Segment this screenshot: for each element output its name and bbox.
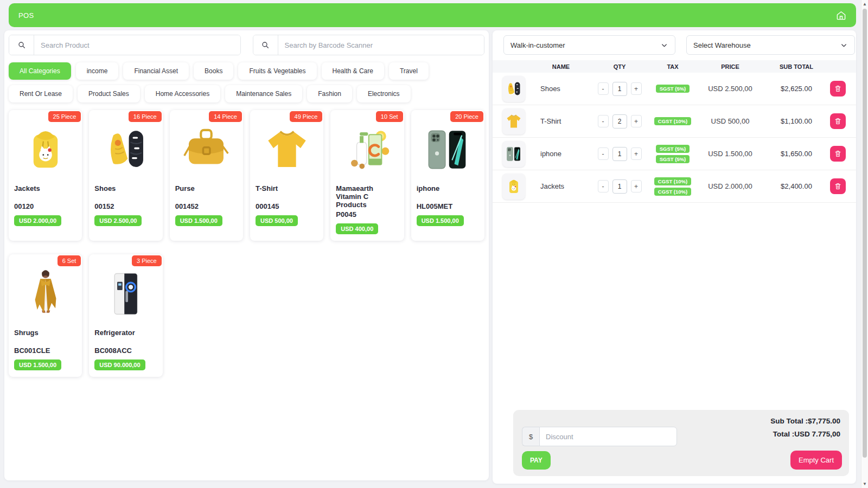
qty-input[interactable] <box>612 179 627 194</box>
product-code: BC001CLE <box>14 346 76 355</box>
cart-item-thumbnail <box>502 76 525 102</box>
category-chip[interactable]: Product Sales <box>78 85 140 102</box>
cart-item-price: USD 2.000,00 <box>698 182 763 190</box>
cart-selects: Walk-in-customer Select Warehouse <box>493 35 856 55</box>
chevron-down-icon <box>660 41 668 49</box>
hoodie-product-icon <box>18 123 73 177</box>
purse-product-icon <box>179 123 233 177</box>
subtotal-label: Sub Total : <box>770 417 808 425</box>
column-header: SUB TOTAL <box>763 63 830 70</box>
customer-select[interactable]: Walk-in-customer <box>503 35 675 55</box>
cart-panel: Walk-in-customer Select Warehouse NAMEQT… <box>493 30 856 484</box>
stock-badge: 10 Set <box>376 111 403 122</box>
cart-row: iphone - + SGST (5%)SGST (5%) USD 1.500,… <box>493 138 856 170</box>
cart-item-price: USD 2.500,00 <box>698 85 763 93</box>
tax-badges: SGST (5%) <box>648 85 698 93</box>
stock-badge: 3 Piece <box>132 255 162 266</box>
products-panel: All Categories income Financial Asset Bo… <box>4 30 489 480</box>
tax-badge: CGST (10%) <box>654 177 691 185</box>
product-card[interactable]: 6 Set Shrugs BC001CLE USD 1.500,00 <box>9 254 82 377</box>
tshirt-thumbnail-icon <box>504 110 524 133</box>
subtotal-value: $7,775.00 <box>808 417 840 425</box>
total-value: USD 7.775,00 <box>794 430 840 438</box>
product-card[interactable]: 25 Piece Jackets 00120 USD 2.000,00 <box>9 110 82 241</box>
shoes-product-icon <box>99 123 153 177</box>
delete-item-button[interactable] <box>830 146 846 162</box>
category-chip[interactable]: Fruits & Vegetables <box>238 62 316 80</box>
qty-decrease-button[interactable]: - <box>598 82 609 95</box>
qty-increase-button[interactable]: + <box>631 115 642 127</box>
category-chip[interactable]: Electronics <box>357 85 411 102</box>
product-card[interactable]: 3 Piece Refrigerator BC008ACC USD 90.000… <box>89 254 162 377</box>
price-badge: USD 1.500,00 <box>175 215 222 226</box>
fridge-product-icon <box>99 267 153 321</box>
customer-select-value: Walk-in-customer <box>510 41 565 49</box>
product-card[interactable]: 20 Piece iphone HL005MET USD 1.500,00 <box>411 110 484 241</box>
product-card[interactable]: 16 Piece Shoes 00152 USD 2.500,00 <box>89 110 162 241</box>
empty-cart-button[interactable]: Empty Cart <box>790 451 842 470</box>
trash-icon <box>834 150 842 158</box>
product-name: iphone <box>417 185 479 201</box>
qty-decrease-button[interactable]: - <box>598 180 609 192</box>
cart-row: Jackets - + CGST (10%)CGST (10%) USD 2.0… <box>493 170 856 203</box>
category-chip[interactable]: Fashion <box>307 85 352 102</box>
column-header: PRICE <box>698 63 763 70</box>
scrollbar-up-arrow[interactable]: ▲ <box>861 2 868 7</box>
home-icon[interactable] <box>836 10 846 21</box>
qty-decrease-button[interactable]: - <box>598 115 609 127</box>
cart-table-header: NAMEQTYTAXPRICESUB TOTAL <box>493 60 856 73</box>
price-badge: USD 1.500,00 <box>417 215 464 226</box>
trash-icon <box>834 182 842 190</box>
product-search-input[interactable] <box>34 35 240 55</box>
category-chip[interactable]: Rent Or Lease <box>9 85 73 102</box>
column-header: TAX <box>648 63 698 70</box>
cart-item-price: USD 1.500,00 <box>698 150 763 158</box>
category-chip[interactable]: income <box>76 62 119 80</box>
delete-item-button[interactable] <box>830 113 846 129</box>
qty-increase-button[interactable]: + <box>631 82 642 95</box>
warehouse-select[interactable]: Select Warehouse <box>686 35 855 55</box>
cart-item-subtotal: $2,625.00 <box>763 85 830 93</box>
product-name: Shrugs <box>14 329 76 345</box>
category-chip[interactable]: Travel <box>389 62 429 80</box>
barcode-search-input[interactable] <box>278 35 484 55</box>
category-chip[interactable]: Health & Care <box>322 62 384 80</box>
product-card[interactable]: 49 Piece T-Shirt 000145 USD 500,00 <box>250 110 323 241</box>
product-card[interactable]: 10 Set Mamaearth Vitamin C Products P004… <box>330 110 404 241</box>
qty-input[interactable] <box>612 114 627 129</box>
category-chip[interactable]: Maintenance Sales <box>225 85 302 102</box>
total-label: Total : <box>773 430 795 438</box>
product-image <box>336 121 398 178</box>
quantity-stepper: - + <box>591 179 648 194</box>
quantity-stepper: - + <box>591 147 648 161</box>
pay-button[interactable]: PAY <box>522 451 551 470</box>
qty-increase-button[interactable]: + <box>631 147 642 160</box>
scrollbar-thumb[interactable] <box>863 9 867 458</box>
price-badge: USD 500,00 <box>256 215 298 226</box>
price-badge: USD 1.500,00 <box>14 359 61 370</box>
trash-icon <box>834 85 842 93</box>
category-chip[interactable]: All Categories <box>9 62 71 80</box>
vitamin-product-icon <box>340 123 394 177</box>
qty-input[interactable] <box>612 82 627 96</box>
category-chips: All Categories income Financial Asset Bo… <box>9 62 484 102</box>
qty-increase-button[interactable]: + <box>631 180 642 192</box>
qty-input[interactable] <box>612 147 627 161</box>
qty-decrease-button[interactable]: - <box>598 147 609 160</box>
delete-item-button[interactable] <box>830 81 846 97</box>
total-line: Total :USD 7.775,00 <box>770 430 840 438</box>
price-badge: USD 90.000,00 <box>94 359 145 370</box>
product-image <box>14 121 76 178</box>
product-name: Shoes <box>94 185 157 201</box>
page-scrollbar[interactable]: ▲ ▼ <box>861 0 868 488</box>
category-chip[interactable]: Books <box>194 62 233 80</box>
delete-item-button[interactable] <box>830 178 846 194</box>
product-card[interactable]: 14 Piece Purse 001452 USD 1.500,00 <box>170 110 243 241</box>
category-chip[interactable]: Financial Asset <box>123 62 189 80</box>
scrollbar-down-arrow[interactable]: ▼ <box>861 481 868 486</box>
quantity-stepper: - + <box>591 114 648 129</box>
tax-badges: CGST (10%)CGST (10%) <box>648 177 698 196</box>
product-image <box>175 121 238 178</box>
discount-input[interactable] <box>539 427 677 446</box>
category-chip[interactable]: Home Accessories <box>145 85 220 102</box>
